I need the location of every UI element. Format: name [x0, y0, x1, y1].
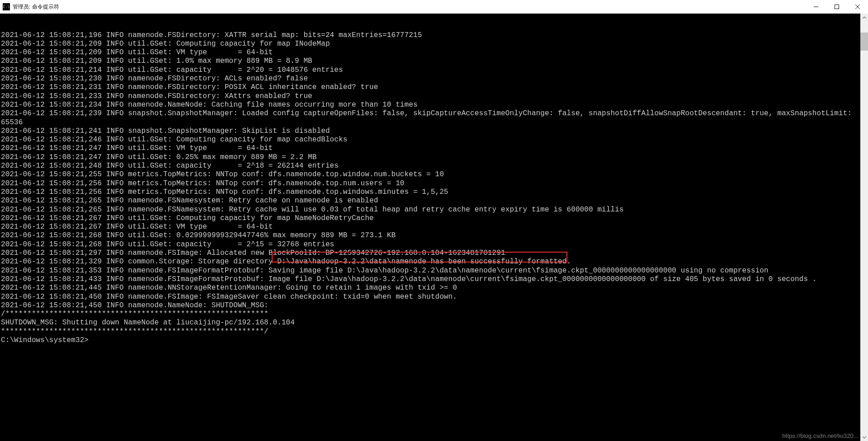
- terminal-line: /***************************************…: [1, 310, 859, 319]
- maximize-button[interactable]: [826, 0, 847, 14]
- terminal-line: 2021-06-12 15:08:21,209 INFO util.GSet: …: [1, 57, 859, 66]
- close-icon: [855, 5, 860, 9]
- terminal-line: 2021-06-12 15:08:21,255 INFO metrics.Top…: [1, 170, 859, 179]
- terminal-line: 2021-06-12 15:08:21,265 INFO namenode.FS…: [1, 197, 859, 205]
- chevron-up-icon: [863, 16, 866, 19]
- terminal-line: 2021-06-12 15:08:21,256 INFO metrics.Top…: [1, 179, 859, 188]
- terminal-output[interactable]: 2021-06-12 15:08:21,196 INFO namenode.FS…: [0, 14, 860, 441]
- terminal-line: 2021-06-12 15:08:21,267 INFO util.GSet: …: [1, 214, 859, 223]
- terminal-line: SHUTDOWN_MSG: Shutting down NameNode at …: [1, 319, 859, 327]
- terminal-line: 2021-06-12 15:08:21,214 INFO util.GSet: …: [1, 66, 859, 75]
- terminal-line: 2021-06-12 15:08:21,353 INFO namenode.FS…: [1, 267, 859, 275]
- terminal-line: 2021-06-12 15:08:21,256 INFO metrics.Top…: [1, 188, 859, 197]
- terminal-line: 2021-06-12 15:08:21,433 INFO namenode.FS…: [1, 275, 859, 284]
- scroll-thumb[interactable]: [860, 33, 868, 51]
- terminal-line: 2021-06-12 15:08:21,268 INFO util.GSet: …: [1, 231, 859, 240]
- terminal-line: 2021-06-12 15:08:21,209 INFO util.GSet: …: [1, 40, 859, 48]
- vertical-scrollbar[interactable]: [860, 14, 868, 441]
- terminal-line: 2021-06-12 15:08:21,265 INFO namenode.FS…: [1, 206, 859, 214]
- minimize-icon: [814, 5, 818, 9]
- terminal-line: ****************************************…: [1, 328, 859, 336]
- close-button[interactable]: [847, 0, 868, 14]
- terminal-line: 2021-06-12 15:08:21,230 INFO namenode.FS…: [1, 75, 859, 83]
- scroll-down-button[interactable]: [860, 433, 868, 441]
- terminal-line: 2021-06-12 15:08:21,233 INFO namenode.FS…: [1, 92, 859, 101]
- watermark-text: https://blog.csdn.net/liu320...: [782, 432, 859, 440]
- terminal-line: 2021-06-12 15:08:21,268 INFO util.GSet: …: [1, 240, 859, 249]
- titlebar[interactable]: C:\ 管理员: 命令提示符: [0, 0, 868, 14]
- minimize-button[interactable]: [806, 0, 826, 14]
- terminal-line: 2021-06-12 15:08:21,267 INFO util.GSet: …: [1, 223, 859, 231]
- svg-rect-0: [835, 5, 839, 9]
- terminal-line: 2021-06-12 15:08:21,231 INFO namenode.FS…: [1, 83, 859, 92]
- terminal-line: 2021-06-12 15:08:21,234 INFO namenode.Na…: [1, 101, 859, 109]
- terminal-line: 2021-06-12 15:08:21,196 INFO namenode.FS…: [1, 31, 859, 40]
- window: C:\ 管理员: 命令提示符 2021-06-12 15:08:21,196 I…: [0, 0, 868, 441]
- terminal-line: 2021-06-12 15:08:21,239 INFO snapshot.Sn…: [1, 109, 859, 127]
- terminal-line: 2021-06-12 15:08:21,247 INFO util.GSet: …: [1, 153, 859, 162]
- terminal-line: 2021-06-12 15:08:21,445 INFO namenode.NN…: [1, 284, 859, 292]
- maximize-icon: [835, 5, 839, 9]
- terminal-line: 2021-06-12 15:08:21,450 INFO namenode.FS…: [1, 293, 859, 301]
- terminal-line: 2021-06-12 15:08:21,329 INFO common.Stor…: [1, 258, 859, 266]
- terminal-line: C:\Windows\system32>: [1, 336, 859, 345]
- terminal-line: 2021-06-12 15:08:21,209 INFO util.GSet: …: [1, 48, 859, 57]
- cmd-icon: C:\: [3, 3, 10, 10]
- window-title: 管理员: 命令提示符: [13, 3, 59, 11]
- scroll-up-button[interactable]: [860, 14, 868, 21]
- terminal-line: 2021-06-12 15:08:21,241 INFO snapshot.Sn…: [1, 127, 859, 136]
- terminal-line: 2021-06-12 15:08:21,297 INFO namenode.FS…: [1, 249, 859, 258]
- chevron-down-icon: [863, 436, 866, 439]
- client-area: 2021-06-12 15:08:21,196 INFO namenode.FS…: [0, 14, 868, 441]
- terminal-line: 2021-06-12 15:08:21,450 INFO namenode.Na…: [1, 301, 859, 310]
- terminal-line: 2021-06-12 15:08:21,248 INFO util.GSet: …: [1, 162, 859, 170]
- terminal-line: 2021-06-12 15:08:21,247 INFO util.GSet: …: [1, 144, 859, 153]
- terminal-line: 2021-06-12 15:08:21,246 INFO util.GSet: …: [1, 136, 859, 144]
